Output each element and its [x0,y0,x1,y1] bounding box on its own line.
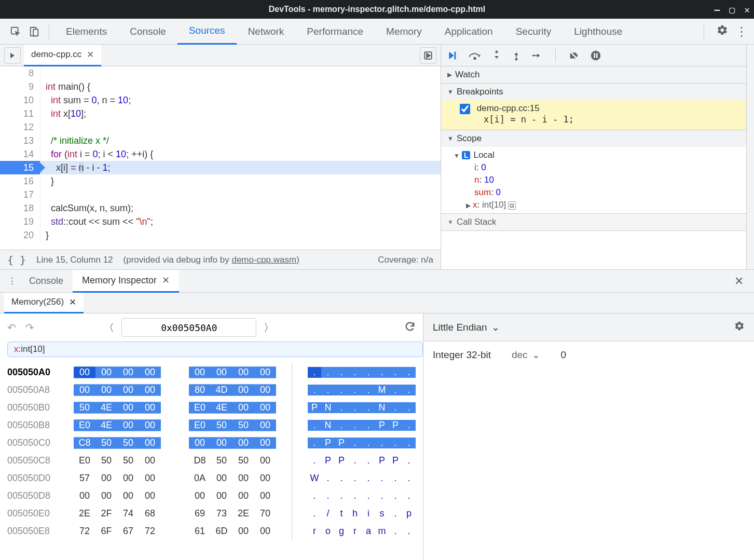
svg-point-6 [496,50,498,53]
code-line[interactable]: 11 int x[10]; [0,107,441,120]
inspector-value: 0 [561,349,567,361]
resume-icon[interactable] [446,50,458,61]
code-line[interactable]: 13 /* initialize x */ [0,134,441,147]
memory-tab[interactable]: Memory(256) ✕ [4,293,84,313]
code-line[interactable]: 9int main() { [0,80,441,93]
tab-sources[interactable]: Sources [177,19,237,45]
hex-row[interactable]: 005050D80000000000000000........ [7,487,416,504]
window-maximize-button[interactable]: ▢ [729,4,735,15]
step-icon[interactable] [531,50,543,61]
inspector-repr-select[interactable]: dec⌄ [512,349,540,361]
scope-var-x[interactable]: ▶x: int[10]⧉ [441,199,754,211]
hex-row[interactable]: 005050A00000000000000000........ [7,363,416,381]
status-bar: { } Line 15, Column 12 (provided via deb… [0,250,441,269]
svg-point-8 [532,54,534,57]
coverage-status: Coverage: n/a [378,255,433,265]
window-minimize-button[interactable]: — [714,4,720,15]
window-close-button[interactable]: ✕ [744,4,750,15]
tab-console[interactable]: Console [118,19,177,45]
tab-security[interactable]: Security [504,19,563,45]
address-next-icon[interactable]: 〉 [264,321,274,335]
tab-application[interactable]: Application [433,19,504,45]
drawer-close-icon[interactable]: ✕ [728,275,750,288]
refresh-icon[interactable] [404,321,416,335]
code-line[interactable]: 19 std::cout << sum << "\n"; [0,215,441,228]
devtools-toolbar: Elements Console Sources Network Perform… [0,19,754,45]
code-line[interactable]: 12 [0,120,441,134]
more-icon[interactable]: ⋮ [735,24,748,39]
reveal-in-memory-icon[interactable]: ⧉ [508,201,516,210]
tab-performance[interactable]: Performance [295,19,375,45]
highlight-pill[interactable]: x: int[10] [7,342,423,357]
tab-memory[interactable]: Memory [375,19,433,45]
file-tabs: demo-cpp.cc ✕ [0,45,441,66]
step-over-icon[interactable] [468,50,482,61]
breakpoint-code: x[i] = n - i - 1; [460,114,744,125]
format-icon[interactable]: { } [7,254,26,266]
hex-row[interactable]: 005050E8726F6772616D0000rogram.. [7,522,416,540]
close-icon[interactable]: ✕ [69,297,76,308]
scope-header[interactable]: ▼Scope [441,130,754,147]
snippet-run-icon[interactable] [420,47,436,64]
hex-row[interactable]: 005050E02E2F746869732E70./this.p [7,504,416,522]
hex-grid[interactable]: 005050A00000000000000000........005050A8… [0,363,423,547]
drawer-tab-memory-inspector[interactable]: Memory Inspector ✕ [73,270,179,293]
debug-info-link[interactable]: demo-cpp.wasm [231,255,296,265]
step-into-icon[interactable] [492,50,501,61]
scrollbar[interactable] [746,45,754,269]
hex-row[interactable]: 005050B8E04E0000E0505000.N...PP. [7,416,416,434]
breakpoint-location: demo-cpp.cc:15 [477,103,540,113]
pause-on-exceptions-icon[interactable] [590,50,601,61]
scope-variable[interactable]: i: 0 [441,161,754,174]
tab-lighthouse[interactable]: Lighthouse [563,19,634,45]
hex-row[interactable]: 005050C0C850500000000000.PP..... [7,434,416,452]
navigator-toggle-icon[interactable] [4,47,21,64]
code-line[interactable]: 18 calcSum(x, n, sum); [0,201,441,215]
deactivate-breakpoints-icon[interactable] [568,50,580,61]
scope-variable[interactable]: n: 10 [441,174,754,186]
breakpoint-row[interactable]: demo-cpp.cc:15 x[i] = n - i - 1; [441,100,754,130]
code-line[interactable]: 16 } [0,174,441,188]
hex-row[interactable]: 005050D0570000000A000000W....... [7,469,416,487]
code-line[interactable]: 14 for (int i = 0; i < 10; ++i) { [0,147,441,161]
watch-header[interactable]: ▶Watch [441,66,754,83]
file-tab-demo-cpp[interactable]: demo-cpp.cc ✕ [24,45,101,66]
hex-row[interactable]: 005050A800000000804D0000.....M.. [7,381,416,399]
code-line[interactable]: 10 int sum = 0, n = 10; [0,93,441,107]
hex-row[interactable]: 005050C8E0505000D8505000.PP..PP. [7,452,416,469]
breakpoints-header[interactable]: ▼Breakpoints [441,84,754,100]
tab-network[interactable]: Network [237,19,296,45]
svg-point-5 [474,57,476,59]
drawer-tabs: ⋮ Console Memory Inspector ✕ ✕ [0,270,754,293]
step-out-icon[interactable] [512,50,521,61]
code-line[interactable]: 20} [0,228,441,242]
address-input[interactable] [121,318,256,337]
chevron-down-icon: ⌄ [491,321,500,333]
drawer-more-icon[interactable]: ⋮ [4,276,20,286]
drawer-tab-console[interactable]: Console [20,270,73,293]
code-line[interactable]: 17 [0,188,441,201]
inspect-icon[interactable] [6,22,25,41]
svg-rect-2 [33,29,38,36]
chevron-down-icon: ⌄ [532,349,540,361]
undo-icon[interactable]: ↶ [7,321,16,334]
code-editor[interactable]: 89int main() {10 int sum = 0, n = 10;11 … [0,66,441,250]
scope-variable[interactable]: sum: 0 [441,186,754,199]
file-tab-label: demo-cpp.cc [31,49,81,60]
redo-icon[interactable]: ↷ [25,321,34,334]
address-prev-icon[interactable]: 〈 [104,321,114,335]
close-icon[interactable]: ✕ [87,49,94,60]
scope-local[interactable]: ▼LLocal [441,149,754,161]
svg-rect-11 [596,53,598,58]
code-line[interactable]: 8 [0,66,441,80]
settings-icon[interactable] [734,321,745,334]
tab-elements[interactable]: Elements [54,19,118,45]
settings-icon[interactable] [717,24,728,38]
breakpoint-checkbox[interactable] [460,104,470,114]
code-line[interactable]: 15 x[i] = n - i - 1; [0,161,441,174]
endian-select[interactable]: Little Endian ⌄ [433,321,500,333]
callstack-header[interactable]: ▼Call Stack [441,214,754,230]
hex-row[interactable]: 005050B0504E0000E04E0000PN...N.. [7,399,416,416]
close-icon[interactable]: ✕ [162,275,170,286]
device-toggle-icon[interactable] [25,22,44,41]
